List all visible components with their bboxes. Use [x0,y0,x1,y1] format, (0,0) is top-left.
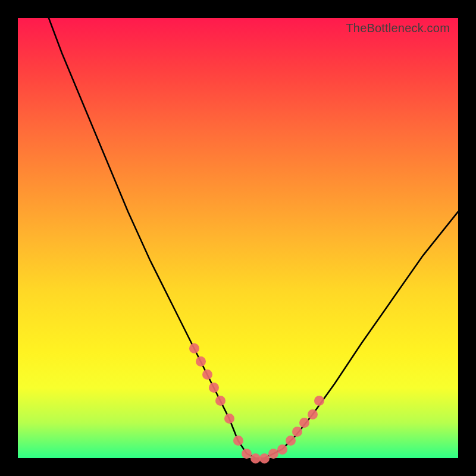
plot-area: TheBottleneck.com [18,18,458,458]
watermark-label: TheBottleneck.com [346,21,450,35]
chart-frame: TheBottleneck.com [0,0,476,476]
bottleneck-curve [18,18,458,458]
curve-path [49,18,458,458]
